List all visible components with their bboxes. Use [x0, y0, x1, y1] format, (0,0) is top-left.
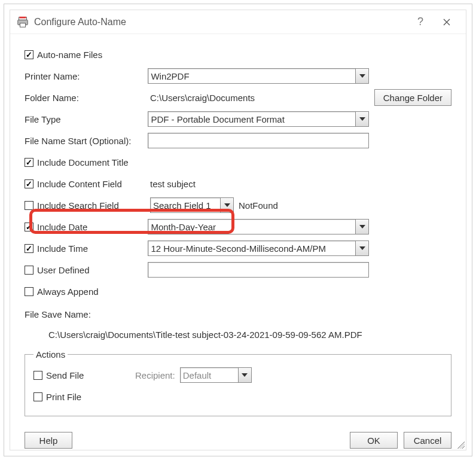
- printer-name-label: Printer Name:: [25, 71, 80, 81]
- printer-name-combo[interactable]: Win2PDF: [148, 68, 369, 84]
- chevron-down-icon: [355, 241, 368, 255]
- folder-name-value: C:\Users\craig\Documents: [150, 93, 255, 103]
- help-titlebar-button[interactable]: ?: [407, 10, 434, 34]
- auto-name-files-checkbox[interactable]: [25, 50, 33, 59]
- svg-rect-2: [20, 16, 26, 18]
- include-time-label: Include Time: [37, 243, 88, 254]
- file-type-value: PDF - Portable Document Format: [151, 114, 284, 124]
- always-append-label: Always Append: [37, 287, 99, 297]
- change-folder-button[interactable]: Change Folder: [374, 89, 451, 106]
- file-type-label: File Type: [25, 114, 61, 124]
- recipient-combo[interactable]: Default: [180, 367, 252, 383]
- search-field-value: Search Field 1: [153, 200, 211, 211]
- include-time-checkbox[interactable]: [25, 244, 33, 253]
- actions-group: Actions Send File Recipient: Default Pri…: [25, 349, 451, 416]
- chevron-down-icon: [355, 112, 368, 126]
- file-type-combo[interactable]: PDF - Portable Document Format: [148, 111, 369, 127]
- dialog-window: Configure Auto-Name ? Auto-name Files Pr…: [10, 10, 466, 450]
- include-time-value: 12 Hour-Minute-Second-Millisecond-AM/PM: [151, 243, 326, 254]
- include-doc-title-checkbox[interactable]: [25, 158, 33, 167]
- search-field-status: NotFound: [239, 200, 278, 211]
- include-search-label: Include Search Field: [37, 200, 119, 211]
- help-button[interactable]: Help: [25, 432, 72, 449]
- include-content-value: test subject: [150, 179, 196, 189]
- search-field-combo[interactable]: Search Field 1: [150, 197, 234, 213]
- resize-grip[interactable]: [455, 439, 465, 449]
- titlebar: Configure Auto-Name ?: [10, 10, 466, 34]
- include-doc-title-label: Include Document Title: [37, 157, 129, 167]
- user-defined-checkbox[interactable]: [25, 266, 33, 275]
- send-file-label: Send File: [46, 370, 84, 380]
- dialog-footer: Help OK Cancel: [10, 428, 466, 456]
- include-content-label: Include Content Field: [37, 179, 122, 189]
- include-time-combo[interactable]: 12 Hour-Minute-Second-Millisecond-AM/PM: [148, 240, 369, 256]
- svg-rect-3: [20, 23, 25, 26]
- close-button[interactable]: [434, 10, 460, 34]
- file-save-name-label: File Save Name:: [25, 309, 91, 319]
- printer-name-value: Win2PDF: [151, 71, 189, 81]
- chevron-down-icon: [355, 220, 368, 234]
- folder-name-label: Folder Name:: [25, 93, 79, 103]
- dialog-body: Auto-name Files Printer Name: Win2PDF Fo…: [10, 34, 466, 428]
- auto-name-files-label: Auto-name Files: [37, 50, 102, 60]
- printer-icon: [16, 16, 29, 29]
- always-append-checkbox[interactable]: [25, 287, 33, 296]
- cancel-button[interactable]: Cancel: [404, 432, 451, 449]
- include-content-checkbox[interactable]: [25, 179, 33, 188]
- include-date-combo[interactable]: Month-Day-Year: [148, 219, 369, 234]
- send-file-checkbox[interactable]: [33, 371, 42, 380]
- file-name-start-label: File Name Start (Optional):: [25, 136, 131, 146]
- chevron-down-icon: [355, 69, 368, 83]
- print-file-label: Print File: [46, 392, 81, 402]
- recipient-label: Recipient:: [135, 370, 175, 380]
- include-date-checkbox[interactable]: [25, 223, 33, 231]
- chevron-down-icon: [238, 368, 251, 382]
- dialog-title: Configure Auto-Name: [34, 17, 126, 28]
- user-defined-label: User Defined: [37, 265, 90, 275]
- include-search-checkbox[interactable]: [25, 201, 33, 210]
- print-file-checkbox[interactable]: [33, 392, 42, 401]
- chevron-down-icon: [220, 198, 233, 212]
- include-date-label: Include Date: [37, 222, 87, 232]
- user-defined-input[interactable]: [148, 262, 369, 278]
- ok-button[interactable]: OK: [350, 432, 398, 449]
- actions-legend: Actions: [33, 349, 68, 360]
- recipient-value: Default: [183, 370, 212, 380]
- include-date-value: Month-Day-Year: [151, 222, 216, 232]
- file-name-start-input[interactable]: [148, 133, 369, 148]
- file-save-name-preview: C:\Users\craig\Documents\Title-test subj…: [48, 326, 451, 346]
